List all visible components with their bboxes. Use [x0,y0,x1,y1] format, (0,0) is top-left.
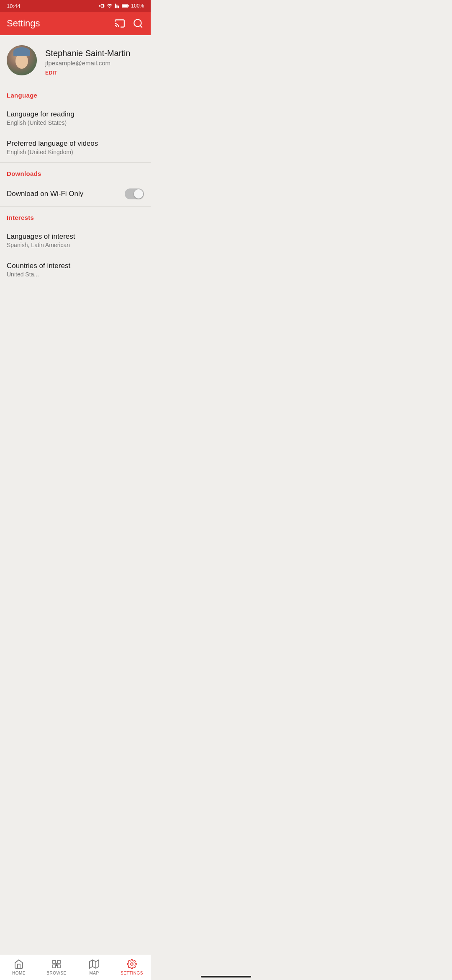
svg-point-4 [134,19,141,26]
languages-of-interest-text: Languages of interest Spanish, Latin Ame… [7,232,144,248]
language-for-reading-text: Language for reading English (United Sta… [7,110,144,126]
countries-of-interest-label: Countries of interest [7,262,144,270]
interests-section-title: Interests [7,214,34,221]
preferred-language-videos-item[interactable]: Preferred language of videos English (Un… [0,133,151,162]
countries-of-interest-value: United Sta... [7,271,144,278]
toggle-knob [134,189,143,199]
svg-rect-2 [128,5,129,7]
preferred-language-videos-value: English (United Kingdom) [7,149,144,155]
profile-name: Stephanie Saint-Martin [45,48,144,59]
preferred-language-videos-label: Preferred language of videos [7,139,144,148]
svg-rect-1 [122,5,128,7]
language-for-reading-label: Language for reading [7,110,144,119]
avatar-image [7,45,37,75]
battery-percent: 100% [131,3,144,9]
wifi-only-toggle[interactable] [125,188,144,199]
language-section-title: Language [7,92,37,99]
language-section-header: Language [0,84,151,103]
countries-of-interest-text: Countries of interest United Sta... [7,262,144,278]
language-for-reading-value: English (United States) [7,119,144,126]
app-bar-title: Settings [7,18,107,29]
status-bar: 10:44 100% [0,0,151,12]
search-button[interactable] [132,18,144,29]
languages-of-interest-item[interactable]: Languages of interest Spanish, Latin Ame… [0,226,151,255]
wifi-icon [107,3,113,9]
profile-edit-button[interactable]: EDIT [45,70,144,76]
search-icon [133,18,144,29]
avatar [7,45,37,75]
languages-of-interest-label: Languages of interest [7,232,144,241]
profile-info: Stephanie Saint-Martin jfpexample@email.… [45,45,144,76]
countries-of-interest-item[interactable]: Countries of interest United Sta... [0,255,151,284]
downloads-section-header: Downloads [0,162,151,182]
downloads-section-title: Downloads [7,170,41,177]
status-icons: 100% [99,3,144,9]
wifi-only-text: Download on Wi-Fi Only [7,190,125,198]
profile-email: jfpexample@email.com [45,59,144,67]
vibrate-icon [99,3,105,9]
languages-of-interest-value: Spanish, Latin American [7,242,144,248]
status-time: 10:44 [7,3,21,9]
profile-section: Stephanie Saint-Martin jfpexample@email.… [0,35,151,84]
interests-section-header: Interests [0,206,151,226]
app-bar: Settings [0,12,151,35]
battery-icon [122,3,129,8]
wifi-only-item[interactable]: Download on Wi-Fi Only [0,182,151,206]
svg-line-5 [140,26,142,28]
scroll-content: Stephanie Saint-Martin jfpexample@email.… [0,35,151,314]
cast-button[interactable] [114,18,126,29]
cast-icon [114,18,125,29]
language-for-reading-item[interactable]: Language for reading English (United Sta… [0,103,151,133]
preferred-language-videos-text: Preferred language of videos English (Un… [7,139,144,155]
signal-icon [114,3,120,9]
wifi-only-label: Download on Wi-Fi Only [7,190,125,198]
